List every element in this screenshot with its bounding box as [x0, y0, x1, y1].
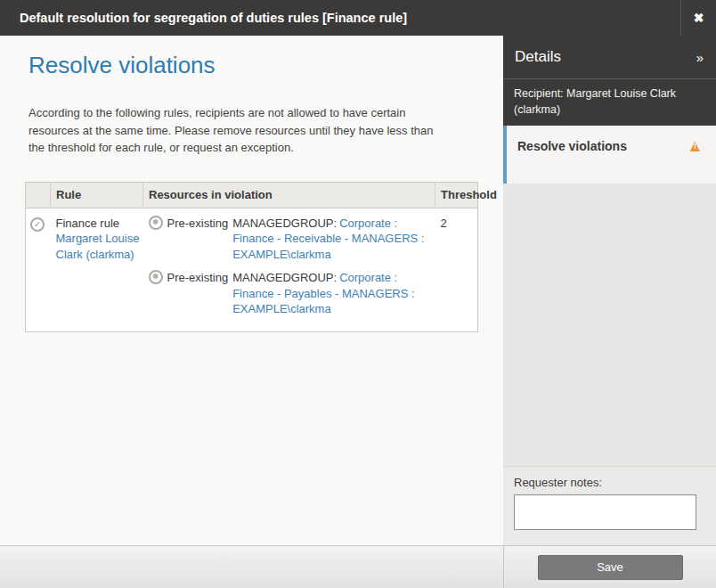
threshold-value: 2	[435, 208, 478, 331]
collapse-chevron-icon[interactable]: »	[696, 50, 704, 65]
close-icon: ✖	[694, 11, 704, 25]
close-button[interactable]: ✖	[680, 0, 716, 36]
dialog-body: Resolve violations According to the foll…	[0, 36, 716, 545]
column-header-resources: Resources in violation	[143, 182, 435, 208]
table-header-row: Rule Resources in violation Threshold	[26, 182, 478, 208]
page-title: Resolve violations	[28, 52, 475, 79]
details-title: Details	[515, 48, 561, 66]
rule-name: Finance rule	[56, 216, 140, 232]
footer-left	[0, 546, 503, 588]
details-sidebar: Details » Recipient: Margaret Louise Cla…	[503, 36, 716, 545]
resource-text: MANAGEDGROUP:Corporate : Finance - Payab…	[232, 270, 430, 317]
resource-type: MANAGEDGROUP:	[232, 271, 337, 284]
sidebar-spacer	[503, 184, 716, 466]
resource-type: MANAGEDGROUP:	[232, 216, 337, 230]
sidebar-item-label: Resolve violations	[517, 139, 627, 153]
resource-text: MANAGEDGROUP:Corporate : Finance - Recei…	[232, 216, 430, 263]
column-header-rule: Rule	[51, 182, 143, 208]
requester-notes-input[interactable]	[514, 494, 696, 530]
main-panel: Resolve violations According to the foll…	[0, 36, 503, 545]
warning-icon: ▲ !	[687, 139, 704, 155]
pre-existing-icon: ✱	[149, 216, 163, 230]
recipient-info: Recipient: Margaret Louise Clark (clarkm…	[503, 78, 716, 126]
requester-notes-section: Requester notes:	[503, 466, 716, 545]
requester-notes-label: Requester notes:	[514, 476, 696, 489]
footer-actions: Save	[503, 546, 716, 588]
resource-status: Pre-existing	[167, 216, 229, 232]
resource-status: Pre-existing	[167, 270, 229, 286]
table-row: ✓ Finance rule Margaret Louise Clark (cl…	[26, 208, 478, 331]
check-circle-icon: ✓	[30, 217, 45, 232]
save-button[interactable]: Save	[538, 555, 683, 580]
column-header-status	[26, 182, 51, 208]
dialog-title: Default resolution for segregation of du…	[0, 0, 680, 36]
violations-table: Rule Resources in violation Threshold ✓ …	[25, 182, 478, 332]
dialog: Default resolution for segregation of du…	[0, 0, 716, 588]
column-header-threshold: Threshold	[435, 182, 478, 208]
description-text: According to the following rules, recipi…	[28, 104, 442, 157]
rule-recipient-link[interactable]: Margaret Louise Clark (clarkma)	[56, 232, 140, 261]
dialog-titlebar: Default resolution for segregation of du…	[0, 0, 716, 36]
pre-existing-icon: ✱	[149, 270, 163, 284]
resource-entry: ✱ Pre-existing MANAGEDGROUP:Corporate : …	[149, 270, 432, 317]
details-header: Details »	[503, 36, 716, 78]
resource-entry: ✱ Pre-existing MANAGEDGROUP:Corporate : …	[149, 216, 432, 263]
dialog-footer: Save	[0, 545, 716, 588]
sidebar-item-resolve-violations[interactable]: Resolve violations ▲ !	[503, 126, 716, 184]
